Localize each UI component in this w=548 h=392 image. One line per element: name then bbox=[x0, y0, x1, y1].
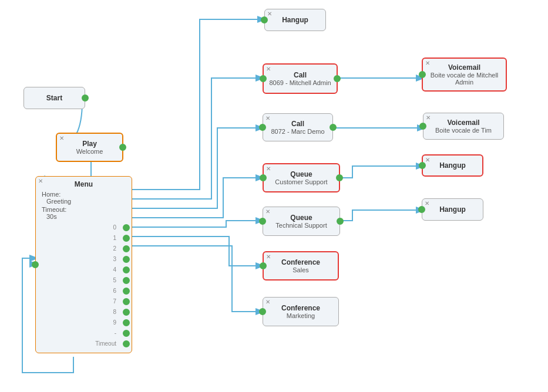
conf-marketing-close-icon[interactable]: ✕ bbox=[265, 299, 270, 305]
port-8-label: 8 bbox=[113, 307, 116, 317]
voicemail-mitchell-title: Voicemail bbox=[448, 63, 480, 72]
voicemail-mitchell-sub: Boite vocale de Mitchell Admin bbox=[428, 72, 501, 86]
port-timeout-dot[interactable] bbox=[123, 340, 130, 347]
port-4-label: 4 bbox=[113, 265, 116, 275]
menu-home-value: Greeting bbox=[46, 198, 71, 205]
play-close-icon[interactable]: ✕ bbox=[59, 135, 64, 141]
queue-ts-out-port[interactable] bbox=[337, 218, 344, 225]
queue-cs-sub: Customer Support bbox=[275, 178, 327, 185]
menu-timeout-value: 30s bbox=[46, 213, 57, 220]
conf-sales-in-port[interactable] bbox=[260, 262, 267, 269]
call-marc-node: ✕ Call 8072 - Marc Demo bbox=[263, 113, 333, 141]
menu-home-label: Home: bbox=[42, 191, 60, 198]
call-mitchell-node: ✕ Call 8069 - Mitchell Admin bbox=[263, 63, 338, 94]
hangup-cs-close-icon[interactable]: ✕ bbox=[425, 157, 430, 163]
voicemail-tim-in-port[interactable] bbox=[419, 123, 426, 130]
conf-sales-close-icon[interactable]: ✕ bbox=[266, 254, 271, 260]
menu-close-icon[interactable]: ✕ bbox=[38, 178, 43, 184]
queue-cs-close-icon[interactable]: ✕ bbox=[266, 165, 271, 172]
call-mitchell-in-port[interactable] bbox=[260, 75, 267, 82]
start-node: Start bbox=[23, 87, 85, 109]
hangup-top-node: ✕ Hangup bbox=[264, 9, 326, 31]
play-sub: Welcome bbox=[76, 148, 103, 155]
conf-marketing-sub: Marketing bbox=[287, 312, 315, 319]
play-out-port[interactable] bbox=[119, 144, 126, 151]
voicemail-tim-node: ✕ Voicemail Boite vocale de Tim bbox=[423, 113, 504, 140]
queue-cs-in-port[interactable] bbox=[260, 174, 267, 181]
call-marc-close-icon[interactable]: ✕ bbox=[265, 115, 270, 121]
voicemail-mitchell-close-icon[interactable]: ✕ bbox=[425, 60, 430, 66]
call-mitchell-sub: 8069 - Mitchell Admin bbox=[269, 79, 331, 86]
port-3-label: 3 bbox=[113, 255, 116, 264]
queue-cs-node: ✕ Queue Customer Support bbox=[263, 163, 340, 192]
call-mitchell-close-icon[interactable]: ✕ bbox=[266, 66, 271, 72]
port-9-label: 9 bbox=[113, 318, 116, 327]
hangup-ts-close-icon[interactable]: ✕ bbox=[425, 200, 429, 207]
port-6-dot[interactable] bbox=[123, 288, 130, 295]
port-6-label: 6 bbox=[113, 286, 116, 296]
port-2-dot[interactable] bbox=[123, 245, 130, 252]
hangup-ts-node: ✕ Hangup bbox=[422, 198, 483, 221]
conf-sales-title: Conference bbox=[281, 258, 320, 266]
menu-timeout-label: Timeout: bbox=[42, 206, 66, 213]
voicemail-mitchell-node: ✕ Voicemail Boite vocale de Mitchell Adm… bbox=[422, 58, 507, 92]
port-9-dot[interactable] bbox=[123, 319, 130, 326]
port-0-label: 0 bbox=[113, 223, 116, 232]
queue-cs-out-port[interactable] bbox=[336, 174, 343, 181]
queue-ts-title: Queue bbox=[290, 214, 312, 222]
hangup-ts-label: Hangup bbox=[439, 205, 466, 214]
port-3-dot[interactable] bbox=[123, 256, 130, 263]
port-timeout-label: Timeout bbox=[95, 339, 116, 349]
queue-cs-title: Queue bbox=[290, 170, 312, 178]
menu-in-port[interactable] bbox=[32, 261, 39, 268]
queue-ts-sub: Technical Support bbox=[275, 222, 327, 229]
hangup-cs-label: Hangup bbox=[439, 161, 466, 170]
start-label: Start bbox=[46, 94, 62, 102]
port-7-dot[interactable] bbox=[123, 298, 130, 305]
conf-sales-sub: Sales bbox=[293, 266, 309, 273]
voicemail-tim-title: Voicemail bbox=[447, 119, 479, 127]
call-mitchell-title: Call bbox=[294, 71, 307, 79]
start-out-port[interactable] bbox=[82, 94, 89, 102]
port-8-dot[interactable] bbox=[123, 309, 130, 316]
port-1-label: 1 bbox=[113, 234, 116, 243]
port-2-label: 2 bbox=[113, 244, 116, 254]
menu-node: ✕ Menu Home: Greeting Timeout: 30s 0 1 2… bbox=[35, 176, 132, 353]
conf-marketing-node: ✕ Conference Marketing bbox=[263, 297, 339, 326]
hangup-cs-node: ✕ Hangup bbox=[422, 154, 483, 177]
port-star-dot[interactable] bbox=[123, 330, 130, 337]
hangup-ts-in-port[interactable] bbox=[418, 206, 425, 213]
port-star-label: - bbox=[115, 329, 116, 338]
queue-ts-node: ✕ Queue Technical Support bbox=[263, 207, 340, 236]
port-5-dot[interactable] bbox=[123, 277, 130, 284]
port-0-dot[interactable] bbox=[123, 224, 130, 231]
port-5-label: 5 bbox=[113, 276, 116, 285]
call-marc-sub: 8072 - Marc Demo bbox=[271, 128, 324, 135]
conf-marketing-in-port[interactable] bbox=[259, 308, 266, 315]
voicemail-mitchell-in-port[interactable] bbox=[419, 71, 426, 78]
queue-ts-in-port[interactable] bbox=[259, 218, 266, 225]
voicemail-tim-close-icon[interactable]: ✕ bbox=[426, 114, 431, 121]
port-4-dot[interactable] bbox=[123, 266, 130, 273]
call-marc-in-port[interactable] bbox=[259, 124, 266, 131]
voicemail-tim-sub: Boite vocale de Tim bbox=[435, 127, 492, 134]
hangup-top-close-icon[interactable]: ✕ bbox=[267, 11, 272, 17]
conf-marketing-title: Conference bbox=[281, 304, 320, 312]
menu-title: Menu bbox=[42, 180, 126, 188]
call-marc-out-port[interactable] bbox=[330, 124, 337, 131]
hangup-top-label: Hangup bbox=[282, 16, 308, 24]
hangup-top-in-port[interactable] bbox=[261, 16, 268, 23]
call-mitchell-out-port[interactable] bbox=[334, 75, 341, 82]
queue-ts-close-icon[interactable]: ✕ bbox=[265, 208, 270, 215]
play-welcome-node: ✕ Play Welcome bbox=[56, 133, 123, 162]
conf-sales-node: ✕ Conference Sales bbox=[263, 251, 339, 281]
play-title: Play bbox=[82, 140, 97, 148]
port-7-label: 7 bbox=[113, 297, 116, 306]
hangup-cs-in-port[interactable] bbox=[419, 162, 426, 169]
port-1-dot[interactable] bbox=[123, 235, 130, 242]
call-marc-title: Call bbox=[291, 120, 304, 128]
